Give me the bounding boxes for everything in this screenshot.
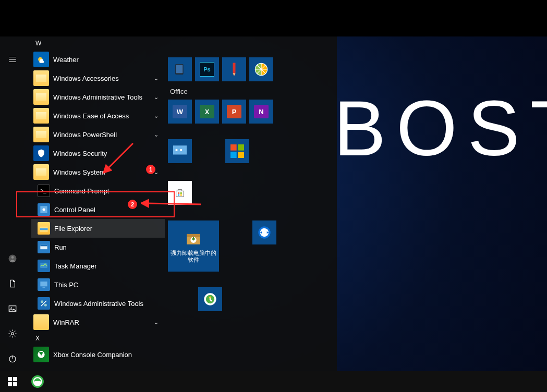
app-control-panel[interactable]: Control Panel bbox=[31, 200, 165, 219]
app-windows-ease-of-access[interactable]: Windows Ease of Access ⌄ bbox=[31, 106, 165, 125]
app-label: Command Prompt bbox=[54, 187, 109, 195]
tile-label: 强力卸载电脑中的软件 bbox=[170, 250, 217, 263]
app-label: Weather bbox=[53, 56, 79, 64]
letter-header-w[interactable]: W bbox=[31, 36, 165, 50]
folder-icon bbox=[33, 164, 49, 180]
chevron-down-icon: ⌄ bbox=[154, 113, 159, 119]
account-button[interactable] bbox=[0, 246, 25, 271]
tile-onenote[interactable]: N bbox=[249, 100, 273, 124]
powerpoint-icon: P bbox=[227, 105, 241, 118]
svg-rect-28 bbox=[238, 144, 244, 151]
app-xbox[interactable]: Xbox Console Companion bbox=[31, 345, 165, 364]
svg-rect-48 bbox=[35, 381, 41, 382]
windows-logo-icon bbox=[8, 377, 17, 386]
letter-header-x[interactable]: X bbox=[31, 332, 165, 345]
app-label: WinRAR bbox=[53, 318, 79, 326]
shield-icon bbox=[33, 145, 49, 161]
photoshop-icon: Ps bbox=[200, 62, 214, 77]
tile-colors[interactable] bbox=[225, 139, 249, 163]
svg-rect-45 bbox=[13, 382, 17, 386]
tile-store[interactable] bbox=[168, 181, 192, 205]
app-label: This PC bbox=[54, 281, 78, 289]
app-windows-security[interactable]: Windows Security bbox=[31, 144, 165, 163]
svg-rect-44 bbox=[8, 382, 12, 386]
tile-qq[interactable] bbox=[198, 287, 222, 311]
app-label: Task Manager bbox=[54, 262, 97, 270]
app-label: Windows PowerShell bbox=[53, 131, 117, 139]
tile-powerpoint[interactable]: P bbox=[222, 100, 246, 124]
app-label: File Explorer bbox=[54, 225, 92, 232]
app-admin-tools-sub[interactable]: Windows Administrative Tools bbox=[31, 294, 165, 313]
tile-uninstaller[interactable]: 强力卸载电脑中的软件 bbox=[168, 220, 219, 272]
svg-rect-30 bbox=[238, 152, 244, 158]
document-icon bbox=[8, 279, 17, 288]
app-label: Windows System bbox=[53, 168, 105, 176]
svg-point-1 bbox=[11, 256, 14, 259]
chevron-down-icon: ⌄ bbox=[154, 169, 159, 176]
store-icon bbox=[174, 187, 186, 199]
app-windows-admin-tools[interactable]: Windows Administrative Tools ⌄ bbox=[31, 88, 165, 106]
tile-tablet[interactable] bbox=[168, 57, 192, 81]
app-label: Run bbox=[54, 243, 67, 251]
task-manager-icon bbox=[38, 260, 50, 272]
colors-icon bbox=[230, 144, 244, 158]
app-label: Windows Security bbox=[53, 150, 107, 157]
file-explorer-icon bbox=[38, 222, 50, 235]
folder-icon bbox=[33, 108, 49, 124]
weather-icon bbox=[33, 52, 49, 67]
terminal-icon: >_ bbox=[38, 185, 50, 197]
tile-word[interactable]: W bbox=[168, 100, 192, 124]
tile-pencil[interactable] bbox=[222, 57, 246, 81]
top-black-bar bbox=[0, 0, 547, 36]
pictures-icon bbox=[8, 304, 17, 313]
app-windows-accessories[interactable]: Windows Accessories ⌄ bbox=[31, 69, 165, 88]
app-windows-system[interactable]: Windows System ⌄ bbox=[31, 163, 165, 181]
browser-e-icon bbox=[31, 375, 44, 388]
svg-rect-31 bbox=[178, 192, 179, 194]
svg-rect-43 bbox=[13, 377, 17, 381]
tile-citrus[interactable] bbox=[249, 57, 273, 81]
folder-icon bbox=[33, 89, 49, 105]
app-label: Windows Administrative Tools bbox=[54, 300, 143, 308]
app-label: Control Panel bbox=[54, 206, 95, 214]
pictures-button[interactable] bbox=[0, 296, 25, 321]
app-task-manager[interactable]: Task Manager bbox=[31, 256, 165, 275]
app-winrar[interactable]: WinRAR ⌄ bbox=[31, 313, 165, 332]
gear-icon bbox=[8, 329, 17, 338]
svg-rect-27 bbox=[230, 144, 237, 151]
control-panel-tile-icon bbox=[173, 145, 187, 157]
svg-rect-13 bbox=[40, 245, 47, 247]
hamburger-button[interactable] bbox=[0, 47, 25, 72]
svg-point-4 bbox=[11, 333, 14, 335]
documents-button[interactable] bbox=[0, 271, 25, 296]
app-run[interactable]: Run bbox=[31, 238, 165, 256]
svg-rect-16 bbox=[43, 287, 45, 288]
power-button[interactable] bbox=[0, 346, 25, 371]
run-icon bbox=[38, 241, 50, 253]
tile-control-panel[interactable] bbox=[168, 139, 192, 163]
app-file-explorer[interactable]: File Explorer bbox=[31, 219, 165, 238]
folder-icon bbox=[33, 127, 49, 142]
app-label: Windows Accessories bbox=[53, 75, 119, 82]
settings-button[interactable] bbox=[0, 321, 25, 346]
tiles-group-label-office[interactable]: Office bbox=[170, 88, 330, 95]
app-label: Windows Ease of Access bbox=[53, 112, 129, 120]
recycle-box-icon bbox=[185, 229, 202, 247]
app-weather[interactable]: Weather bbox=[31, 50, 165, 69]
app-command-prompt[interactable]: >_ Command Prompt bbox=[31, 181, 165, 200]
svg-point-26 bbox=[180, 149, 182, 151]
tile-photoshop[interactable]: Ps bbox=[195, 57, 219, 81]
chevron-down-icon: ⌄ bbox=[154, 75, 159, 82]
taskbar-app-browser[interactable] bbox=[25, 371, 50, 392]
svg-point-25 bbox=[175, 149, 177, 151]
user-icon bbox=[8, 254, 17, 263]
app-this-pc[interactable]: This PC bbox=[31, 275, 165, 294]
tile-excel[interactable]: X bbox=[195, 100, 219, 124]
taskbar bbox=[0, 371, 547, 392]
hamburger-icon bbox=[8, 55, 17, 64]
start-button[interactable] bbox=[0, 371, 25, 392]
app-windows-powershell[interactable]: Windows PowerShell ⌄ bbox=[31, 125, 165, 144]
excel-icon: X bbox=[200, 105, 214, 118]
tile-teamviewer[interactable] bbox=[252, 220, 276, 244]
svg-point-9 bbox=[43, 209, 45, 211]
